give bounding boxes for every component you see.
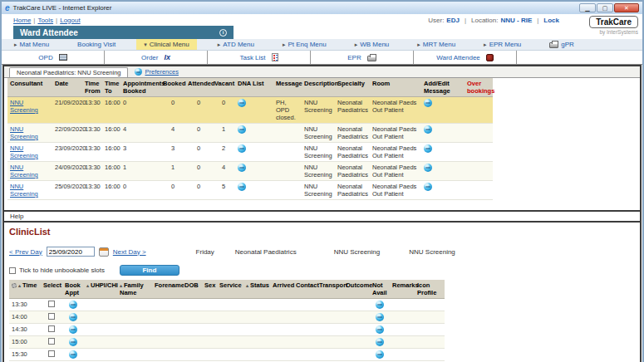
toolbar-opd[interactable]: OPD bbox=[2, 51, 105, 64]
menu-gpr[interactable]: gPR bbox=[542, 39, 582, 50]
slot-empty-cells bbox=[390, 349, 445, 361]
room-cell: Neonatal Paeds Out Patient bbox=[370, 143, 421, 162]
consultant-link[interactable]: NNU Screening bbox=[10, 144, 38, 159]
appointments-booked-cell: 3 bbox=[120, 143, 160, 162]
chevron-right-icon bbox=[417, 41, 420, 48]
find-button[interactable]: Find bbox=[120, 265, 179, 276]
menu-label: Clinical Menu bbox=[150, 41, 189, 48]
not-avail-icon[interactable] bbox=[376, 313, 384, 321]
col-status[interactable]: Status bbox=[243, 280, 270, 299]
chevron-right-icon bbox=[14, 41, 17, 48]
toolbar-epr[interactable]: EPR bbox=[311, 51, 414, 64]
preferences-icon[interactable] bbox=[135, 68, 142, 76]
clinic-row: NNU Screening 23/09/2020 13:30 16:00 3 3… bbox=[7, 143, 493, 162]
not-avail-icon[interactable] bbox=[376, 338, 384, 346]
col-uhpi-chi[interactable]: UHPI/CHI bbox=[84, 280, 117, 299]
menu-pt-enq[interactable]: Pt Enq Menu bbox=[275, 39, 334, 50]
add-edit-message-cell bbox=[421, 162, 465, 181]
book-appt-icon[interactable] bbox=[69, 313, 77, 321]
date-input[interactable] bbox=[47, 247, 95, 257]
slot-empty-cells bbox=[390, 299, 445, 311]
maximize-button[interactable]: ▢ bbox=[597, 3, 613, 12]
user-info: User: EDJ | Location: NNU - RIE | Lock bbox=[428, 17, 559, 24]
clinic-section: Neonatal Paediatrics: NNU Screening Pref… bbox=[4, 66, 640, 212]
over-bookings-cell bbox=[465, 124, 493, 143]
select-checkbox[interactable] bbox=[48, 313, 55, 320]
consultant-link[interactable]: NNU Screening bbox=[10, 99, 38, 114]
add-edit-message-icon[interactable] bbox=[424, 125, 432, 134]
select-checkbox[interactable] bbox=[48, 338, 55, 345]
prev-day-link[interactable]: < Prev Day bbox=[9, 248, 42, 256]
attended-cell: 0 bbox=[185, 162, 212, 181]
menu-mrt[interactable]: MRT Menu bbox=[410, 39, 463, 50]
col-family-name[interactable]: Family Name bbox=[117, 280, 152, 299]
consultant-link[interactable]: NNU Screening bbox=[10, 164, 38, 179]
menu-booking-visit[interactable]: Booking Visit bbox=[70, 39, 123, 50]
logout-link[interactable]: Logout bbox=[60, 17, 80, 24]
separator: | bbox=[33, 17, 35, 24]
consultant-link[interactable]: NNU Screening bbox=[10, 125, 38, 140]
tools-link[interactable]: Tools bbox=[37, 17, 53, 24]
close-button[interactable]: ✕ bbox=[614, 3, 639, 12]
menu-mat[interactable]: Mat Menu bbox=[7, 39, 57, 50]
next-day-link[interactable]: Next Day > bbox=[113, 248, 146, 256]
add-edit-message-icon[interactable] bbox=[424, 144, 432, 153]
message-cell bbox=[273, 143, 302, 162]
col-transport: Transport bbox=[317, 280, 343, 299]
hide-unbookable-checkbox[interactable] bbox=[9, 267, 16, 274]
dna-list-icon[interactable] bbox=[238, 183, 246, 191]
home-link[interactable]: Home bbox=[13, 17, 31, 24]
select-checkbox[interactable] bbox=[48, 325, 55, 332]
dna-list-icon[interactable] bbox=[238, 125, 246, 134]
consultant-link[interactable]: NNU Screening bbox=[10, 183, 38, 198]
menu-wb[interactable]: WB Menu bbox=[347, 39, 397, 50]
room-cell: Neonatal Paeds Out Patient bbox=[370, 162, 421, 181]
menu-atd[interactable]: ATD Menu bbox=[210, 39, 262, 50]
book-appt-icon[interactable] bbox=[69, 325, 77, 334]
consultant-cell: NNU Screening bbox=[7, 124, 52, 143]
select-checkbox[interactable] bbox=[48, 301, 55, 307]
toolbar-label: Order bbox=[141, 54, 158, 61]
separator: | bbox=[465, 17, 466, 24]
toolbar-task-list[interactable]: Task List bbox=[208, 51, 311, 64]
over-bookings-cell bbox=[465, 143, 493, 162]
specialty-cell: Neonatal Paediatrics bbox=[335, 162, 370, 181]
consultant-cell: NNU Screening bbox=[7, 97, 52, 124]
calendar-icon[interactable] bbox=[99, 247, 109, 257]
add-edit-message-icon[interactable] bbox=[424, 99, 432, 107]
dna-list-cell bbox=[235, 124, 273, 143]
dna-list-icon[interactable] bbox=[238, 99, 246, 107]
menu-label: EPR Menu bbox=[489, 41, 522, 48]
toolbar-label: EPR bbox=[347, 54, 361, 61]
preferences-link[interactable]: Preferences bbox=[145, 68, 178, 76]
col-time[interactable]: Time bbox=[9, 280, 41, 299]
date-cell: 23/09/2020 bbox=[52, 143, 82, 162]
dna-list-icon[interactable] bbox=[238, 144, 246, 153]
not-avail-icon[interactable] bbox=[376, 301, 384, 309]
clinic-tab[interactable]: Neonatal Paediatrics: NNU Screening bbox=[9, 67, 128, 77]
add-edit-message-icon[interactable] bbox=[424, 164, 432, 172]
not-avail-icon[interactable] bbox=[376, 325, 384, 334]
lock-link[interactable]: Lock bbox=[543, 17, 559, 24]
toolbar-order[interactable]: Order bbox=[105, 51, 208, 64]
menu-epr[interactable]: EPR Menu bbox=[476, 39, 528, 50]
book-appt-icon[interactable] bbox=[69, 301, 77, 309]
select-checkbox[interactable] bbox=[48, 350, 55, 357]
book-appt-icon[interactable] bbox=[69, 350, 77, 359]
col-time-from: Time From bbox=[82, 78, 102, 97]
minimize-button[interactable]: ▁ bbox=[579, 3, 596, 12]
info-icon[interactable]: i bbox=[219, 29, 227, 37]
menu-clinical[interactable]: Clinical Menu bbox=[136, 39, 197, 50]
vacant-cell: 0 bbox=[212, 97, 235, 124]
vacant-cell: 4 bbox=[212, 162, 235, 181]
not-avail-icon[interactable] bbox=[376, 350, 384, 359]
col-contact: Contact bbox=[293, 280, 317, 299]
toolbar-ward-attendee[interactable]: Ward Attendee bbox=[414, 51, 517, 64]
ward-attendee-icon bbox=[486, 54, 494, 61]
add-edit-message-icon[interactable] bbox=[424, 183, 432, 191]
dna-list-icon[interactable] bbox=[238, 164, 246, 172]
clinic-table: Consultant Date Time From Time To Appoin… bbox=[7, 78, 493, 200]
description-cell: NNU Screening bbox=[302, 143, 335, 162]
gear-icon[interactable] bbox=[12, 283, 17, 288]
book-appt-icon[interactable] bbox=[69, 338, 77, 346]
